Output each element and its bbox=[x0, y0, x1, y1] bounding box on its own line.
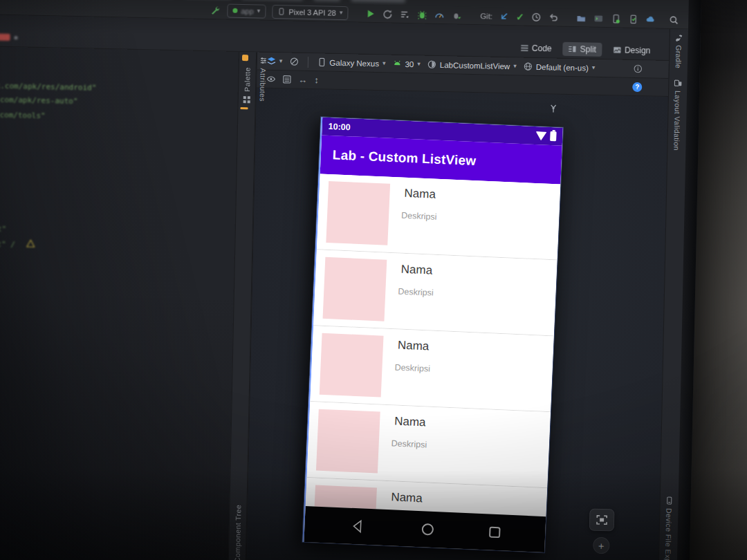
locale-dropdown[interactable]: Default (en-us) ▾ bbox=[524, 62, 596, 73]
device-dropdown[interactable]: Pixel 3 API 28 ▾ bbox=[272, 4, 348, 19]
android-icon bbox=[392, 59, 401, 68]
running-devices-icon[interactable] bbox=[627, 13, 638, 24]
editor-tab-name-blur bbox=[0, 33, 10, 41]
app-title: Lab - Custom ListView bbox=[332, 147, 476, 169]
info-icon[interactable] bbox=[634, 64, 643, 73]
tab-split-label: Split bbox=[580, 44, 597, 54]
run-config-status-dot bbox=[232, 8, 237, 13]
view-options-toggle[interactable] bbox=[289, 57, 298, 66]
git-update-icon[interactable] bbox=[499, 10, 510, 21]
gradle-icon bbox=[675, 33, 683, 41]
nav-home-button[interactable] bbox=[420, 521, 436, 537]
list-item[interactable]: Nama Deskripsi bbox=[317, 174, 560, 260]
toolbar-divider bbox=[307, 56, 308, 67]
build-icon[interactable] bbox=[210, 5, 221, 16]
chevron-down-icon: ▾ bbox=[417, 61, 421, 67]
device-streaming-icon[interactable] bbox=[645, 14, 656, 25]
tab-code[interactable]: Code bbox=[515, 41, 557, 55]
gradle-tab-label: Gradle bbox=[674, 45, 683, 68]
git-history-icon[interactable] bbox=[531, 11, 542, 22]
run-icon[interactable] bbox=[365, 8, 376, 19]
android-studio-window: app ▾ Pixel 3 API 28 ▾ bbox=[0, 0, 701, 560]
tab-design[interactable]: Design bbox=[607, 43, 656, 57]
editor-tab[interactable] bbox=[0, 33, 18, 41]
attributes-tab[interactable]: Attributes bbox=[257, 56, 270, 102]
phone-icon bbox=[317, 57, 326, 66]
main-content: sk.com/apk/res/android"s.com/apk/res-aut… bbox=[0, 46, 669, 560]
zoom-in-button[interactable]: + bbox=[593, 537, 609, 554]
design-canvas[interactable]: 10:00 Lab - Custom ListView Nama Deskrip… bbox=[246, 88, 668, 560]
status-time: 10:00 bbox=[328, 122, 351, 132]
theme-dropdown[interactable]: LabCustomListView ▾ bbox=[427, 60, 517, 71]
scrollbar-warning-marker[interactable] bbox=[240, 107, 248, 109]
editor-tab-close-icon[interactable] bbox=[15, 36, 18, 39]
logcat-icon[interactable] bbox=[593, 12, 604, 24]
layout-validation-tab[interactable]: Layout Validation bbox=[667, 79, 687, 151]
apply-changes-icon[interactable] bbox=[382, 8, 393, 19]
item-name: Nama bbox=[394, 414, 426, 429]
run-config-dropdown[interactable]: app ▾ bbox=[227, 3, 266, 18]
nav-back-button[interactable] bbox=[350, 519, 366, 534]
inspection-warning-marker[interactable] bbox=[242, 55, 248, 61]
palette-tab-label: Palette bbox=[243, 67, 252, 92]
design-mode-icon bbox=[613, 46, 621, 54]
listview[interactable]: Nama Deskripsi Nama Deskripsi Nama Deskr… bbox=[306, 174, 561, 516]
git-rollback-icon[interactable] bbox=[548, 12, 559, 23]
wifi-icon bbox=[535, 131, 547, 140]
item-description: Deskripsi bbox=[398, 286, 434, 297]
help-icon[interactable]: ? bbox=[632, 82, 642, 91]
layout-validation-tab-label: Layout Validation bbox=[672, 91, 682, 151]
attributes-icon bbox=[259, 57, 268, 65]
photo-stage: app ▾ Pixel 3 API 28 ▾ bbox=[0, 0, 747, 560]
menu-item-blur[interactable] bbox=[242, 0, 303, 1]
menu-item-blur[interactable] bbox=[351, 0, 405, 3]
run-config-label: app bbox=[241, 6, 254, 15]
layout-width-icon[interactable]: ↔ bbox=[298, 75, 307, 85]
item-image-placeholder bbox=[320, 333, 384, 398]
code-editor[interactable]: sk.com/apk/res/android"s.com/apk/res-aut… bbox=[0, 46, 239, 560]
layout-list-icon[interactable] bbox=[282, 75, 291, 84]
split-mode-icon bbox=[569, 45, 577, 53]
zoom-to-fit-button[interactable] bbox=[589, 509, 615, 532]
device-file-explorer-tab-label: Device File Explorer bbox=[663, 508, 673, 560]
item-image-placeholder bbox=[316, 409, 380, 474]
tab-split[interactable]: Split bbox=[562, 42, 602, 57]
palette-tab[interactable]: Palette bbox=[239, 67, 256, 104]
api-version-dropdown[interactable]: 30 ▾ bbox=[392, 59, 421, 69]
device-manager-icon[interactable] bbox=[610, 13, 621, 24]
chevron-down-icon: ▾ bbox=[382, 60, 386, 66]
device-for-preview-dropdown[interactable]: Galaxy Nexus ▾ bbox=[317, 57, 385, 68]
zoom-controls: + − bbox=[589, 509, 615, 560]
git-commit-icon[interactable]: ✓ bbox=[516, 11, 524, 22]
nav-recents-button[interactable] bbox=[487, 524, 503, 540]
apply-code-changes-icon[interactable] bbox=[399, 8, 410, 19]
phone-preview[interactable]: 10:00 Lab - Custom ListView Nama Deskrip… bbox=[302, 117, 562, 552]
debug-icon[interactable] bbox=[416, 9, 427, 20]
menu-item-blur[interactable] bbox=[314, 0, 340, 1]
list-item[interactable]: Nama Deskripsi bbox=[310, 326, 553, 412]
locale-label: Default (en-us) bbox=[536, 62, 589, 72]
globe-icon bbox=[524, 62, 533, 71]
layout-height-icon[interactable]: ↕ bbox=[314, 75, 319, 85]
profile-icon[interactable] bbox=[434, 9, 445, 20]
list-item[interactable]: Nama Deskripsi bbox=[306, 402, 550, 488]
render-options-wrench-icon[interactable] bbox=[549, 104, 557, 115]
device-file-explorer-tab[interactable]: Device File Explorer bbox=[658, 496, 678, 560]
component-tree-tab[interactable]: Component Tree bbox=[228, 505, 246, 560]
theme-label: LabCustomListView bbox=[440, 60, 510, 70]
item-description: Deskripsi bbox=[391, 438, 427, 449]
chevron-down-icon: ▾ bbox=[257, 8, 261, 14]
editor-vignette bbox=[0, 46, 239, 560]
list-item[interactable]: Nama Deskripsi bbox=[313, 250, 557, 336]
editor-mode-tabs: Code Split Design bbox=[515, 41, 656, 57]
tab-design-label: Design bbox=[625, 46, 651, 56]
battery-icon bbox=[550, 131, 557, 141]
search-icon[interactable] bbox=[668, 14, 679, 25]
attach-debugger-icon[interactable] bbox=[451, 10, 462, 21]
item-image-placeholder bbox=[323, 257, 387, 321]
item-image-placeholder bbox=[326, 181, 390, 245]
gradle-tab[interactable]: Gradle bbox=[670, 33, 688, 68]
project-structure-icon[interactable] bbox=[575, 12, 587, 24]
item-description: Deskripsi bbox=[394, 362, 430, 373]
code-mode-icon bbox=[520, 44, 528, 52]
